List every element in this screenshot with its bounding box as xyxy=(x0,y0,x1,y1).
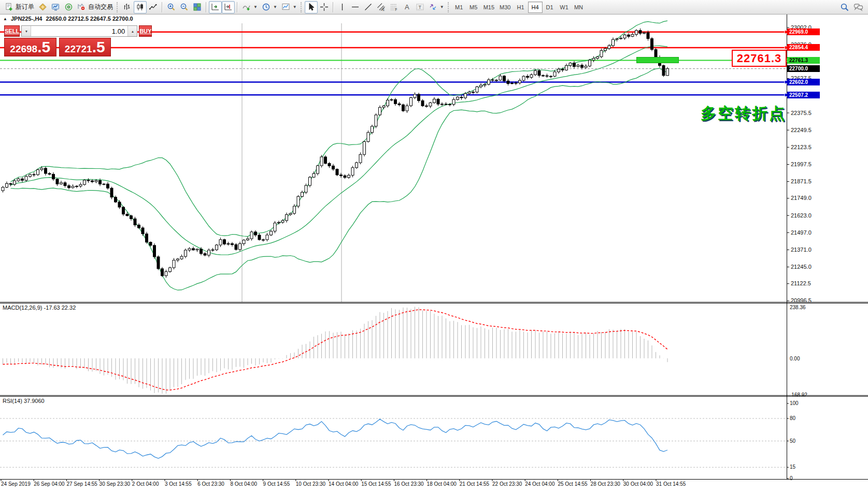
periods-button[interactable]: ▼ xyxy=(260,1,279,13)
autotrading-button[interactable]: 自动交易 xyxy=(75,1,115,13)
volume-input[interactable] xyxy=(31,26,127,36)
text-label-icon: T xyxy=(416,3,424,11)
time-axis-label: 30 Oct 04:00 xyxy=(623,481,653,487)
oneclick-collapse-arrow[interactable]: ▲ xyxy=(3,17,7,21)
line-chart-button[interactable] xyxy=(147,1,160,13)
price-axis-tick-label: 22375.5 xyxy=(791,110,812,116)
macd-axis-label: 238.36 xyxy=(790,305,806,310)
time-axis-label: 26 Sep 04:00 xyxy=(34,481,65,487)
tab-timeframe-m15[interactable]: M15 xyxy=(481,2,497,13)
green-highlight-rectangle[interactable] xyxy=(636,57,679,63)
trendline-button[interactable] xyxy=(362,1,375,13)
price-axis-tick-label: 20996.5 xyxy=(791,297,812,303)
tab-timeframe-w1[interactable]: W1 xyxy=(557,2,572,13)
templates-button[interactable]: ▼ xyxy=(279,1,299,13)
tab-timeframe-m30[interactable]: M30 xyxy=(497,2,513,13)
terminal-button[interactable] xyxy=(49,1,62,13)
auto-scroll-button[interactable] xyxy=(209,1,222,13)
candlestick-chart-button[interactable] xyxy=(134,1,147,13)
chart-canvas[interactable] xyxy=(0,0,868,492)
profile-button[interactable] xyxy=(36,1,49,13)
zoom-in-button[interactable] xyxy=(165,1,178,13)
toolbar: 新订单 自动交易 ▼ ▼ xyxy=(0,0,868,15)
buy-price-button[interactable]: 22721.5 xyxy=(59,38,111,56)
time-axis-label: 24 Sep 2019 xyxy=(1,481,31,487)
search-button[interactable] xyxy=(838,1,851,13)
zoom-out-icon xyxy=(180,3,189,11)
signals-icon xyxy=(64,3,73,11)
volume-decrease-button[interactable]: ▼ xyxy=(22,26,31,36)
crosshair-button[interactable] xyxy=(318,1,331,13)
toolbar-separator xyxy=(333,2,334,12)
volume-stepper: ▼ ▲ xyxy=(21,25,137,37)
autotrading-icon xyxy=(77,3,86,11)
buy-price-frac: .5 xyxy=(92,38,105,56)
sell-price-main: 22698 xyxy=(10,40,37,58)
chat-button[interactable] xyxy=(851,1,865,13)
toolbar-drag-handle[interactable] xyxy=(448,2,450,12)
text-label-button[interactable]: T xyxy=(414,1,426,13)
horizontal-line-button[interactable] xyxy=(349,1,362,13)
text-button[interactable]: A xyxy=(401,1,414,13)
zoom-out-button[interactable] xyxy=(178,1,191,13)
line-chart-icon xyxy=(149,3,158,11)
templates-dropdown-caret[interactable]: ▼ xyxy=(293,5,297,9)
rsi-axis-label: 15 xyxy=(790,464,795,470)
svg-text:A: A xyxy=(405,3,409,11)
volume-increase-button[interactable]: ▲ xyxy=(127,26,137,36)
tab-timeframe-m5[interactable]: M5 xyxy=(466,2,481,13)
price-axis-tick-label: 21371.0 xyxy=(791,247,812,253)
sell-price-frac: .5 xyxy=(37,38,50,56)
chart-shift-button[interactable] xyxy=(222,1,235,13)
price-axis-tick-label: 21623.0 xyxy=(791,212,812,219)
chart-shift-icon xyxy=(224,3,233,11)
indicators-dropdown-caret[interactable]: ▼ xyxy=(253,5,258,9)
tab-timeframe-mn[interactable]: MN xyxy=(572,2,586,13)
new-order-button[interactable]: 新订单 xyxy=(3,1,36,13)
sell-price-button[interactable]: 22698.5 xyxy=(4,38,56,56)
tab-timeframe-h4[interactable]: H4 xyxy=(528,2,543,13)
turning-point-annotation[interactable]: 多空转折点 xyxy=(701,103,786,124)
shapes-button[interactable]: ▼ xyxy=(426,1,446,13)
shapes-arrows-icon xyxy=(429,3,437,11)
tab-timeframe-d1[interactable]: D1 xyxy=(543,2,557,13)
candlestick-chart-icon xyxy=(136,3,145,11)
cursor-button[interactable] xyxy=(305,1,318,13)
cursor-icon xyxy=(307,3,316,11)
price-axis-tick-label: 22249.5 xyxy=(791,127,812,133)
shapes-dropdown-caret[interactable]: ▼ xyxy=(440,5,444,9)
price-line-badge: 22507.2 xyxy=(787,92,820,98)
time-axis-label: 10 Oct 23:30 xyxy=(296,481,325,487)
tab-timeframe-m1[interactable]: M1 xyxy=(452,2,466,13)
time-axis-label: 16 Oct 23:30 xyxy=(394,481,423,487)
toolbar-drag-handle[interactable] xyxy=(117,2,119,12)
signals-button[interactable] xyxy=(62,1,75,13)
time-axis-label: 15 Oct 14:55 xyxy=(361,481,391,487)
svg-text:T: T xyxy=(418,5,421,10)
equidistant-channel-button[interactable]: E xyxy=(375,1,388,13)
vertical-line-icon xyxy=(338,3,347,11)
fibonacci-button[interactable]: F xyxy=(388,1,401,13)
chart-ohlc-values: 22650.0 22712.5 22647.5 22700.0 xyxy=(46,16,133,22)
macd-axis-label: -168.92 xyxy=(790,392,807,398)
price-level-label-box[interactable]: 22761.3 xyxy=(732,50,787,67)
bar-chart-button[interactable] xyxy=(121,1,134,13)
indicators-button[interactable]: ▼ xyxy=(240,1,260,13)
chart-symbol-timeframe: JPN225-,H4 xyxy=(11,16,42,22)
time-axis-label: 21 Oct 14:55 xyxy=(460,481,489,487)
toolbar-drag-handle[interactable] xyxy=(301,2,303,12)
tile-windows-button[interactable] xyxy=(191,1,204,13)
price-axis-tick-label: 21245.0 xyxy=(791,264,812,270)
zoom-in-icon xyxy=(167,3,176,11)
toolbar-separator xyxy=(206,2,207,12)
rsi-indicator-label: RSI(14) 37.9060 xyxy=(3,398,45,404)
periods-dropdown-caret[interactable]: ▼ xyxy=(273,5,277,9)
tab-timeframe-h1[interactable]: H1 xyxy=(514,2,528,13)
time-axis-label: 18 Oct 04:00 xyxy=(427,481,457,487)
timeframe-group: M1M5M15M30H1H4D1W1MN xyxy=(452,2,586,13)
time-axis-label: 9 Oct 14:55 xyxy=(263,481,290,487)
time-axis-label: 8 Oct 04:00 xyxy=(230,481,257,487)
sell-button[interactable]: SELL xyxy=(4,25,20,37)
buy-button[interactable]: BUY xyxy=(139,25,152,37)
vertical-line-button[interactable] xyxy=(336,1,349,13)
